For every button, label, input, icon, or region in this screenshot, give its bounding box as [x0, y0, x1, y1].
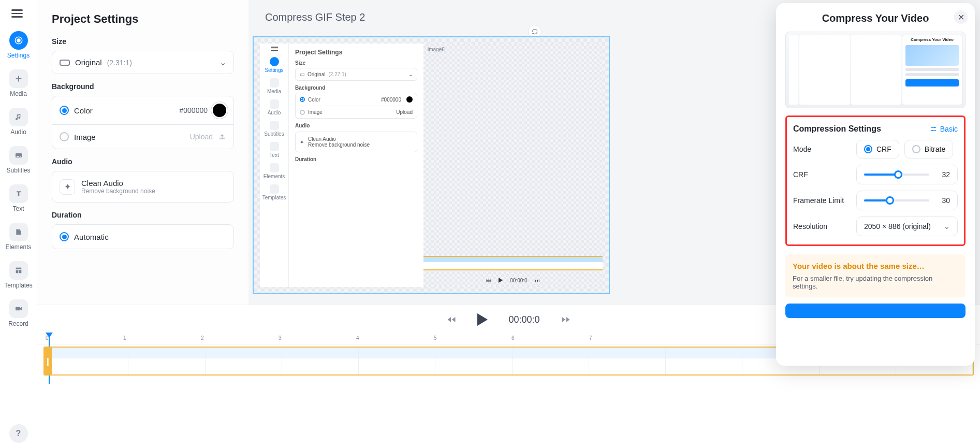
- artboard[interactable]: Settings Media Audio Subtitles Text Elem…: [253, 36, 610, 294]
- background-heading: Background: [52, 82, 234, 91]
- framerate-value: 30: [937, 196, 950, 205]
- nav-audio[interactable]: Audio: [0, 104, 37, 140]
- music-note-icon: [9, 108, 28, 126]
- hamburger-menu[interactable]: [11, 6, 26, 21]
- compress-panel: ✕ Compress Your Video Compress Your Vide…: [776, 3, 975, 366]
- mode-label: Mode: [793, 145, 851, 153]
- mini-panel-title: Project Settings: [295, 49, 417, 56]
- rewind-button[interactable]: [446, 314, 457, 325]
- ruler-tick: 4: [356, 335, 359, 341]
- resolution-label: Resolution: [793, 222, 851, 230]
- compress-preview-thumb: Compress Your Video: [785, 32, 966, 108]
- mode-bitrate[interactable]: Bitrate: [904, 140, 953, 158]
- radio-on-icon: [60, 232, 69, 241]
- sparkle-icon: ✦: [60, 179, 75, 195]
- duration-auto-row[interactable]: Automatic: [52, 225, 233, 249]
- background-color-row[interactable]: Color #000000: [52, 96, 233, 124]
- templates-icon: [9, 261, 28, 280]
- panel-title: Project Settings: [52, 12, 234, 26]
- chevron-down-icon: ⌄: [944, 222, 950, 230]
- upload-icon: [218, 133, 226, 141]
- nav-rail: Settings Media Audio Subtitles Text Elem…: [0, 0, 37, 447]
- svg-rect-4: [20, 156, 21, 156]
- nav-settings[interactable]: Settings: [0, 27, 37, 63]
- nav-label: Text: [12, 205, 24, 212]
- svg-rect-2: [16, 153, 22, 157]
- mini-nav-settings: Settings: [265, 55, 284, 75]
- bg-color-label: Color: [74, 106, 93, 115]
- size-ratio: (2.31:1): [107, 59, 132, 67]
- basic-toggle[interactable]: Basic: [930, 125, 958, 133]
- resolution-select[interactable]: 2050 × 886 (original) ⌄: [856, 217, 958, 236]
- plus-icon: [9, 69, 28, 88]
- size-value: Original: [75, 58, 102, 67]
- tip-title: Your video is about the same size…: [793, 262, 958, 270]
- mini-nav-subtitles: Subtitles: [265, 119, 284, 139]
- color-swatch[interactable]: [213, 104, 226, 117]
- text-icon: [9, 184, 28, 203]
- svg-point-11: [931, 130, 932, 131]
- background-image-row[interactable]: Image Upload: [52, 124, 233, 149]
- svg-rect-7: [19, 270, 21, 273]
- upload-button[interactable]: Upload: [190, 133, 226, 141]
- nav-label: Audio: [10, 128, 26, 136]
- aspect-icon: [60, 60, 70, 66]
- nav-media[interactable]: Media: [0, 65, 37, 102]
- sliders-icon: [930, 125, 937, 133]
- resolution-value: 2050 × 886 (original): [864, 222, 931, 230]
- canvas-title: Compress GIF Step 2: [265, 11, 365, 23]
- clip-handle-left[interactable]: ‖: [45, 348, 52, 374]
- duration-auto-label: Automatic: [74, 233, 109, 241]
- clean-audio-sub: Remove background noise: [81, 188, 155, 195]
- settings-icon: [9, 31, 28, 50]
- nav-label: Media: [10, 90, 27, 97]
- radio-on-icon: [60, 106, 69, 115]
- ruler-tick: 1: [123, 335, 126, 341]
- nav-text[interactable]: Text: [0, 180, 37, 217]
- size-select[interactable]: Original (2.31:1) ⌄: [52, 51, 234, 74]
- settings-panel: Project Settings Size Original (2.31:1) …: [37, 0, 248, 305]
- framerate-label: Framerate Limit: [793, 196, 851, 205]
- svg-rect-6: [16, 270, 18, 273]
- size-heading: Size: [52, 37, 234, 46]
- compress-cta-button[interactable]: [785, 304, 966, 318]
- nav-label: Subtitles: [6, 167, 30, 174]
- forward-button[interactable]: [561, 314, 571, 325]
- clean-audio-button[interactable]: ✦ Clean Audio Remove background noise: [52, 171, 234, 203]
- tip-box: Your video is about the same size… For a…: [785, 254, 966, 297]
- nested-screenshot: Settings Media Audio Subtitles Text Elem…: [260, 44, 603, 287]
- chevron-down-icon: ⌄: [220, 57, 226, 67]
- ruler-tick: 7: [589, 335, 592, 341]
- mini-nav-media: Media: [265, 76, 284, 96]
- nav-label: Elements: [5, 243, 31, 251]
- framerate-slider[interactable]: [864, 199, 929, 201]
- svg-rect-3: [17, 156, 19, 156]
- play-button[interactable]: [477, 313, 488, 326]
- nav-label: Templates: [4, 282, 33, 289]
- nav-subtitles[interactable]: Subtitles: [0, 142, 37, 178]
- crf-slider[interactable]: [864, 174, 929, 176]
- mini-nav-audio: Audio: [265, 97, 284, 118]
- timecode: 00:00:0: [508, 314, 539, 325]
- nav-record[interactable]: Record: [0, 295, 37, 331]
- subtitles-icon: [9, 146, 28, 165]
- svg-point-0: [17, 38, 21, 42]
- nav-label: Record: [8, 320, 28, 327]
- close-button[interactable]: ✕: [954, 10, 968, 24]
- nav-label: Settings: [7, 52, 30, 59]
- mini-nav-elements: Elements: [265, 161, 284, 181]
- mode-crf[interactable]: CRF: [856, 140, 899, 158]
- bg-color-hex: #000000: [179, 106, 208, 114]
- duration-group: Automatic: [52, 224, 234, 249]
- nav-templates[interactable]: Templates: [0, 257, 37, 293]
- compress-title: Compress Your Video: [785, 12, 966, 24]
- audio-heading: Audio: [52, 157, 234, 166]
- ruler-tick: 3: [279, 335, 282, 341]
- tip-body: For a smaller file, try updating the com…: [793, 275, 958, 290]
- basic-label: Basic: [940, 125, 958, 133]
- background-group: Color #000000 Image Upload: [52, 96, 234, 149]
- nav-elements[interactable]: Elements: [0, 219, 37, 255]
- mini-nav-templates: Templates: [265, 182, 284, 203]
- help-button[interactable]: ?: [9, 424, 28, 443]
- radio-off-icon: [60, 132, 69, 141]
